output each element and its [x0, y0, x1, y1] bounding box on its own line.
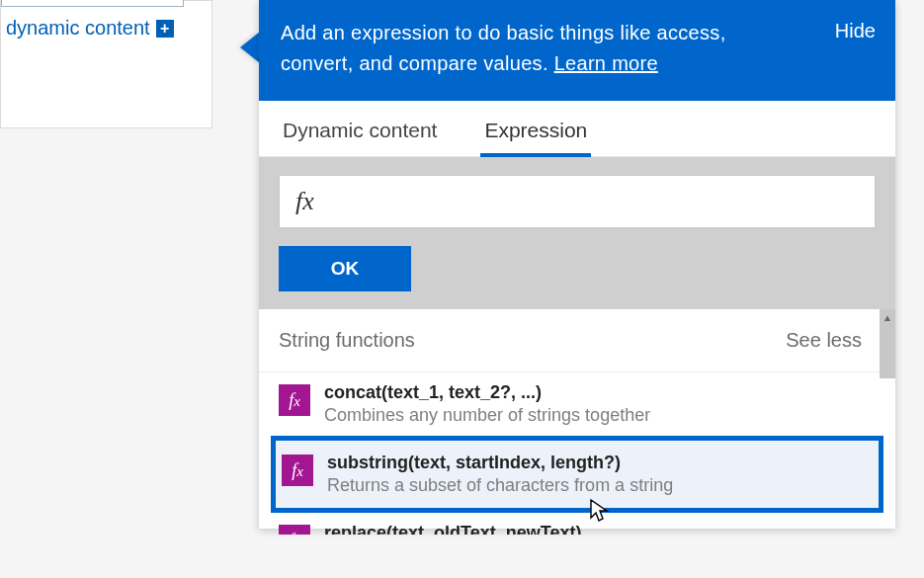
fx-badge-icon: fx [279, 525, 310, 535]
expression-input-area: fx OK [259, 157, 895, 309]
function-item-concat[interactable]: fx concat(text_1, text_2?, ...) Combines… [275, 372, 880, 436]
functions-section: ▲ String functions See less fx concat(te… [259, 309, 895, 535]
ok-button[interactable]: OK [279, 246, 411, 291]
flyout-pointer [240, 32, 260, 63]
function-item-replace[interactable]: fx replace(text, oldText, newText) [275, 513, 880, 535]
fx-icon: fx [295, 187, 314, 216]
scroll-up-icon[interactable]: ▲ [880, 309, 895, 325]
section-title: String functions [279, 329, 415, 352]
function-list: fx concat(text_1, text_2?, ...) Combines… [259, 372, 895, 535]
function-signature: replace(text, oldText, newText) [324, 523, 581, 535]
tab-expression[interactable]: Expression [484, 119, 587, 156]
fx-badge-icon: fx [282, 454, 313, 486]
function-signature: substring(text, startIndex, length?) [327, 453, 673, 473]
tabs: Dynamic content Expression [259, 101, 895, 157]
function-description: Combines any number of strings together [324, 405, 650, 426]
tab-dynamic-content[interactable]: Dynamic content [283, 119, 437, 156]
expression-input[interactable]: fx [279, 175, 876, 228]
function-signature: concat(text_1, text_2?, ...) [324, 382, 650, 403]
function-item-substring[interactable]: fx substring(text, startIndex, length?) … [271, 436, 883, 513]
header-description: Add an expression to do basic things lik… [281, 18, 775, 79]
section-header: String functions See less [259, 309, 895, 372]
hide-button[interactable]: Hide [835, 20, 876, 42]
function-description: Returns a subset of characters from a st… [327, 475, 673, 496]
plus-icon[interactable]: + [156, 20, 174, 38]
flyout-header: Add an expression to do basic things lik… [259, 0, 895, 101]
learn-more-link[interactable]: Learn more [554, 52, 658, 74]
expression-flyout: Add an expression to do basic things lik… [259, 0, 895, 529]
previous-step-card: dynamic content + [0, 0, 212, 128]
scrollbar[interactable]: ▲ [880, 309, 895, 378]
dynamic-content-label: dynamic content [6, 17, 150, 40]
see-less-link[interactable]: See less [786, 329, 862, 352]
input-slot[interactable] [1, 0, 184, 7]
add-dynamic-content-link[interactable]: dynamic content + [6, 17, 174, 40]
fx-badge-icon: fx [279, 384, 310, 416]
